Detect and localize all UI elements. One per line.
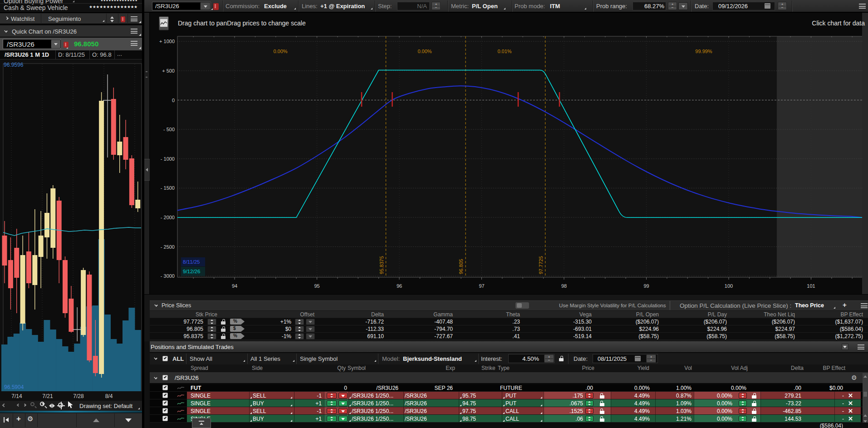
- svg-text:- 1500: - 1500: [161, 185, 175, 191]
- svg-text:101: 101: [807, 283, 815, 289]
- svg-text:95: 95: [314, 283, 319, 289]
- svg-text:0.01%: 0.01%: [497, 49, 511, 54]
- svg-text:94: 94: [232, 283, 237, 289]
- svg-text:- 2000: - 2000: [161, 215, 175, 220]
- svg-text:0: 0: [172, 98, 175, 103]
- svg-text:9/12/26: 9/12/26: [183, 269, 200, 274]
- svg-text:97: 97: [479, 283, 484, 289]
- svg-text:95.8375: 95.8375: [379, 256, 384, 274]
- svg-text:97.7725: 97.7725: [538, 256, 544, 274]
- svg-text:8/11/25: 8/11/25: [183, 259, 200, 265]
- svg-text:99.99%: 99.99%: [695, 49, 712, 54]
- svg-text:- 3000: - 3000: [161, 273, 175, 279]
- svg-text:0.00%: 0.00%: [273, 49, 287, 54]
- svg-text:100: 100: [725, 283, 733, 289]
- svg-text:- 2500: - 2500: [161, 244, 175, 250]
- svg-text:- 1000: - 1000: [161, 156, 175, 162]
- svg-text:+ 500: + 500: [162, 68, 175, 74]
- svg-text:96: 96: [397, 283, 402, 289]
- svg-text:98: 98: [561, 283, 567, 289]
- svg-text:99: 99: [643, 283, 649, 289]
- svg-text:+ 1000: + 1000: [159, 39, 175, 44]
- svg-text:96.805: 96.805: [458, 259, 464, 274]
- svg-text:0.00%: 0.00%: [417, 49, 432, 54]
- svg-text:- 500: - 500: [163, 127, 175, 132]
